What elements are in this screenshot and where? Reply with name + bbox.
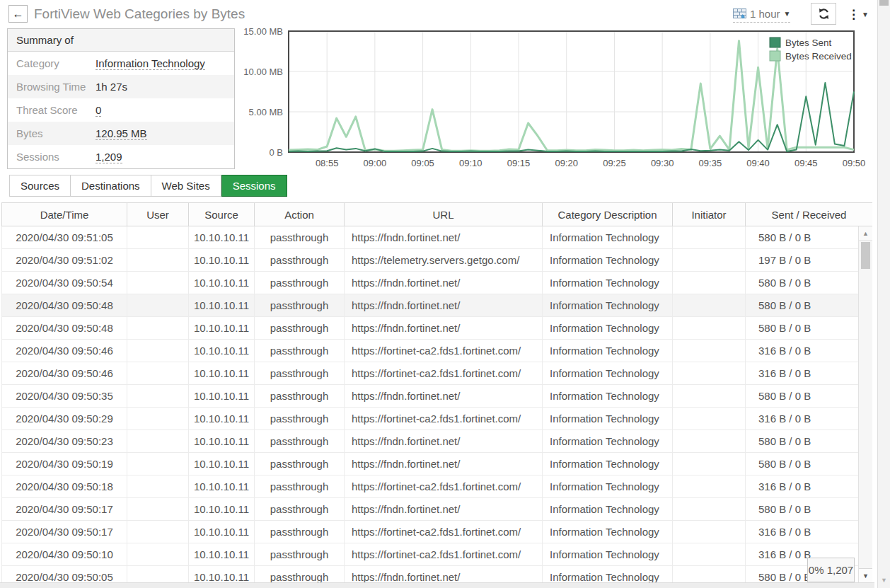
time-range-dropdown[interactable]: 1 hour ▼ [733,7,790,23]
scroll-up-icon[interactable]: ▲ [859,226,872,241]
table-cell: https://fortinet-ca2.fds1.fortinet.com/ [345,475,543,498]
y-axis-tick-label: 10.00 MB [243,67,283,77]
column-header-action[interactable]: Action [255,203,345,226]
table-cell: https://fortinet-ca2.fds1.fortinet.com/ [345,408,543,430]
legend-item-bytes-received[interactable]: Bytes Received [770,51,852,62]
summary-row-value[interactable]: Information Technology [96,57,205,70]
table-row[interactable]: 2020/04/30 09:50:0510.10.10.11passthroug… [2,566,873,583]
table-cell: Information Technology [543,362,673,385]
table-cell [673,475,746,498]
column-header-source[interactable]: Source [189,203,255,226]
table-cell: passthrough [255,317,345,340]
table-cell: 10.10.10.11 [189,226,255,249]
table-row[interactable]: 2020/04/30 09:50:2310.10.10.11passthroug… [2,430,873,453]
table-cell: Information Technology [543,475,673,498]
table-row[interactable]: 2020/04/30 09:50:1010.10.10.11passthroug… [2,543,873,566]
table-cell: 580 B / 0 B [746,272,873,294]
table-cell: Information Technology [543,272,673,294]
table-cell: passthrough [255,475,345,498]
tab-sources[interactable]: Sources [9,175,71,197]
table-cell: Information Technology [543,566,673,583]
table-scrollbar-thumb[interactable] [861,242,870,269]
table-cell [673,362,746,385]
table-cell: 10.10.10.11 [189,340,255,362]
table-cell: 316 B / 0 B [746,408,873,430]
table-row[interactable]: 2020/04/30 09:50:1710.10.10.11passthroug… [2,498,873,521]
table-row[interactable]: 2020/04/30 09:50:4610.10.10.11passthroug… [2,340,873,362]
table-cell: 2020/04/30 09:50:17 [2,498,127,521]
page-scrollbar-thumb[interactable] [879,0,889,6]
table-body: 2020/04/30 09:51:0510.10.10.11passthroug… [2,226,873,583]
table-cell: 10.10.10.11 [189,294,255,317]
page-scrollbar[interactable]: ▼ [877,0,890,588]
table-cell: 2020/04/30 09:50:17 [2,521,127,543]
series-line-bytes-received [289,41,854,151]
summary-row-label: Sessions [8,151,96,163]
refresh-button[interactable] [811,3,836,25]
tab-web-sites[interactable]: Web Sites [151,175,221,197]
summary-row: Bytes120.95 MB [8,122,234,145]
chevron-down-icon: ▼ [784,10,791,18]
column-header-initiator[interactable]: Initiator [673,203,746,226]
table-row[interactable]: 2020/04/30 09:50:1710.10.10.11passthroug… [2,521,873,543]
table-cell [673,317,746,340]
scroll-down-icon[interactable]: ▼ [859,568,872,582]
table-row[interactable]: 2020/04/30 09:50:4810.10.10.11passthroug… [2,294,873,317]
table-row[interactable]: 2020/04/30 09:51:0210.10.10.11passthroug… [2,249,873,272]
summary-row-value[interactable]: 0 [96,104,101,117]
line-chart: 0 B5.00 MB10.00 MB15.00 MB08:5509:0009:0… [238,25,874,174]
column-header-sent-received[interactable]: Sent / Received [746,203,873,226]
table-scrollbar[interactable]: ▲ ▼ [858,226,872,582]
table-cell [673,226,746,249]
summary-row-value[interactable]: 120.95 MB [96,127,147,140]
table-cell: passthrough [255,340,345,362]
table-cell: https://fndn.fortinet.net/ [345,453,543,475]
summary-row: Sessions1,209 [8,145,234,168]
page-scroll-down-icon[interactable]: ▼ [878,577,890,584]
table-row[interactable]: 2020/04/30 09:51:0510.10.10.11passthroug… [2,226,873,249]
table-cell: Information Technology [543,317,673,340]
table-row[interactable]: 2020/04/30 09:50:4810.10.10.11passthroug… [2,317,873,340]
column-header-date-time[interactable]: Date/Time [2,203,127,226]
summary-row-label: Threat Score [8,104,96,116]
table-cell: passthrough [255,543,345,566]
table-row[interactable]: 2020/04/30 09:50:3510.10.10.11passthroug… [2,385,873,408]
table-cell: 2020/04/30 09:50:46 [2,340,127,362]
fortigate-log-icon [733,8,746,18]
table-cell: 316 B / 0 B [746,475,873,498]
table-cell: https://fortinet-ca2.fds1.fortinet.com/ [345,521,543,543]
column-header-user[interactable]: User [127,203,189,226]
more-options-button[interactable]: ⋮ ▼ [845,4,872,24]
back-button[interactable]: ← [8,5,28,23]
legend-label: Bytes Received [785,51,852,62]
table-row[interactable]: 2020/04/30 09:50:5410.10.10.11passthroug… [2,272,873,294]
table-row[interactable]: 2020/04/30 09:50:4610.10.10.11passthroug… [2,362,873,385]
column-header-category-description[interactable]: Category Description [543,203,673,226]
table-cell: Information Technology [543,340,673,362]
y-axis-tick-label: 15.00 MB [243,26,283,37]
summary-title: Summary of [8,29,234,52]
table-cell: 316 B / 0 B [746,340,873,362]
tab-destinations[interactable]: Destinations [71,175,151,197]
column-header-url[interactable]: URL [345,203,543,226]
table-cell: 580 B / 0 B [746,294,873,317]
table-cell [127,317,189,340]
table-row[interactable]: 2020/04/30 09:50:2910.10.10.11passthroug… [2,408,873,430]
table-cell: 10.10.10.11 [189,498,255,521]
y-axis-tick-label: 5.00 MB [249,107,283,117]
table-cell: 10.10.10.11 [189,317,255,340]
table-cell [127,294,189,317]
table-cell: 197 B / 0 B [746,249,873,272]
x-axis-tick-label: 09:00 [364,158,387,168]
legend-item-bytes-sent[interactable]: Bytes Sent [770,38,832,48]
table-cell: Information Technology [543,453,673,475]
table-row[interactable]: 2020/04/30 09:50:1810.10.10.11passthroug… [2,475,873,498]
table-cell: Information Technology [543,294,673,317]
tab-sessions[interactable]: Sessions [221,175,287,197]
table-row[interactable]: 2020/04/30 09:50:1910.10.10.11passthroug… [2,453,873,475]
table-cell: passthrough [255,362,345,385]
view-tabs: SourcesDestinationsWeb SitesSessions [9,175,287,197]
table-cell: passthrough [255,408,345,430]
table-cell: Information Technology [543,385,673,408]
summary-row-value[interactable]: 1,209 [96,151,122,163]
